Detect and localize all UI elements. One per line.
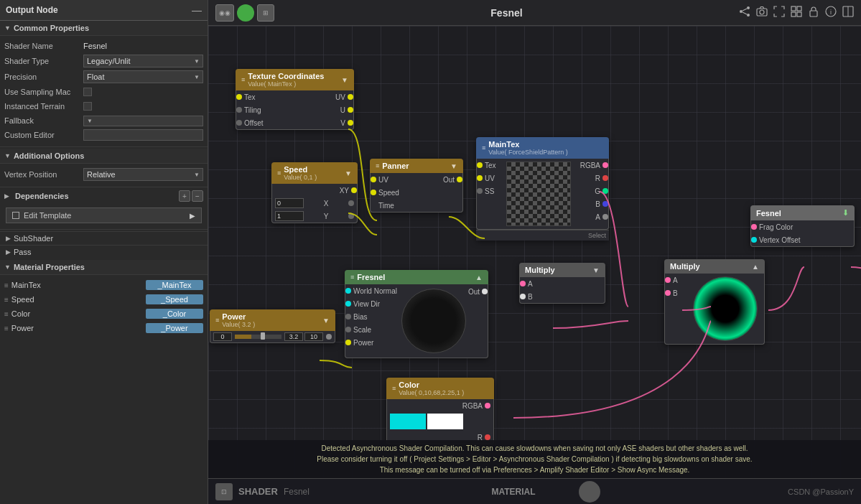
speed-node[interactable]: ≡ Speed Value( 0,1 ) ▼ XY [271,162,358,223]
mat-prop-icon-speed: ≡ [4,296,9,304]
use-sampling-row: Use Sampling Mac [0,85,208,99]
custom-editor-input[interactable]: ASEMaterialInspector [83,129,203,141]
multiply1-expand-btn[interactable]: ▼ [592,266,600,274]
color-node[interactable]: ≡ Color Value( 0,10,68,2.25,1 ) RGBA [386,378,494,444]
vertex-position-dropdown[interactable]: Relative [83,168,203,181]
mult2-b-dot [665,290,671,296]
dependencies-remove-btn[interactable]: − [192,190,203,202]
fresnel-wn-dot [345,288,351,294]
panner-row-time: Time [371,199,462,212]
fresnel-vd-dot [345,301,351,307]
precision-label: Precision [4,73,83,81]
fallback-dropdown[interactable] [83,116,203,126]
additional-options-section[interactable]: ▼ Additional Options [0,149,208,164]
shader-type-dropdown[interactable]: Legacy/Unlit [83,55,203,67]
mat-prop-val-color: _Color [146,309,203,319]
edit-template-arrow: ▶ [190,212,195,220]
panner-out-label: Out [443,176,455,184]
instanced-terrain-checkbox[interactable] [83,102,92,111]
power-min-input[interactable] [213,332,232,341]
speed-y-dot [348,213,354,219]
tex-coords-node[interactable]: ≡ Texture Coordinates Value( MainTex ) ▼… [236,69,354,130]
panner-node[interactable]: ≡ Panner ▼ UV Out [370,159,463,213]
toolbar-dot-green [237,4,254,22]
fresnel-row-power: Power [345,336,401,349]
multiply2-expand-btn[interactable]: ▲ [752,263,759,271]
common-properties-label: Common Properties [14,24,89,32]
lock-btn[interactable] [808,6,819,20]
dependencies-btns: + − [179,190,203,202]
fresnel-row-wn: World Normal [345,284,401,297]
bottom-avatar [579,481,600,503]
material-properties-section[interactable]: ▼ Material Properties [0,260,208,275]
fesnel-out-node[interactable]: Fesnel ⬇ Frag Color Vertex Offset [750,205,855,247]
canvas-grid[interactable]: ≡ Texture Coordinates Value( MainTex ) ▼… [208,26,861,504]
mat-prop-val-speed: _Speed [146,294,203,304]
camera-btn[interactable] [756,6,768,20]
expand-btn[interactable] [842,6,854,20]
u-port-label: U [340,106,345,114]
sub-shader-label: SubShader [14,234,53,243]
svg-rect-9 [791,12,796,17]
edit-template-btn[interactable]: Edit Template ▶ [6,207,202,223]
maintex-preview-area [504,159,572,229]
svg-rect-10 [797,12,801,17]
fresnel-expand-btn[interactable]: ▲ [475,274,483,281]
power-slider-thumb[interactable] [261,332,265,340]
color-preview-row [387,412,493,431]
maintex-body: Tex UV SS [476,159,609,230]
use-sampling-checkbox[interactable] [83,88,92,96]
speed-expand-btn[interactable]: ▼ [345,169,352,177]
mat-prop-maintex: ≡ MainTex _MainTex [0,278,208,292]
pass-header[interactable]: ▶ Pass [0,246,208,258]
notification-line1: Detected Asynchronous Shader Compilation… [215,443,854,454]
speed-x-input[interactable] [275,198,304,208]
tex-coords-expand-btn[interactable]: ▼ [341,76,348,84]
share-btn[interactable] [739,6,750,20]
maintex-node[interactable]: ≡ MainTex Value( ForceShieldPattern ) Te… [476,137,609,241]
dependencies-add-btn[interactable]: + [179,190,190,202]
uv-port-label: UV [335,93,345,101]
multiply1-node[interactable]: Multiply ▼ A B [519,263,605,304]
grid-btn[interactable] [791,6,802,20]
maintex-rgba-dot [602,162,608,168]
speed-y-input[interactable] [275,211,304,221]
fresnel-row-vd: View Dir [345,297,401,310]
panner-expand-btn[interactable]: ▼ [450,162,457,170]
precision-dropdown[interactable]: Float [83,70,203,83]
speed-xy-label: XY [340,187,349,195]
speed-icon: ≡ [277,169,281,177]
mat-prop-name-power: Power [11,324,146,332]
panel-close-btn[interactable]: — [192,4,202,16]
precision-row: Precision Float [0,69,208,85]
multiply2-node[interactable]: Multiply ▲ A B [664,259,765,345]
panner-speed-dot [371,190,376,195]
toolbar-dot-1: ◉◉ [215,4,234,22]
common-properties-section[interactable]: ▼ Common Properties [0,21,208,36]
panner-speed-left: Speed [371,189,416,197]
bottom-logo-text: SHADER [238,486,278,497]
power-node[interactable]: ≡ Power Value( 3.2 ) ▼ [210,309,335,343]
canvas-area[interactable]: ◉◉ ⊞ Fesnel [208,0,861,504]
left-panel: Output Node — ▼ Common Properties Shader… [0,0,208,504]
sub-shader-header[interactable]: ▶ SubShader [0,232,208,245]
svg-line-4 [743,12,747,14]
power-max-input[interactable] [304,332,323,341]
power-cur-input[interactable] [284,332,303,341]
info-btn[interactable]: i [825,6,837,20]
power-slider[interactable] [235,335,281,339]
power-expand-btn[interactable]: ▼ [322,317,330,325]
multiply2-title: Multiply [670,262,749,271]
panner-icon: ≡ [376,162,379,169]
fresnel-node[interactable]: ≡ Fresnel ▲ World Normal View [345,270,488,358]
speed-y-label: Y [324,213,329,220]
notification-line2: Please consider turning it off ( Project… [215,454,854,465]
svg-line-3 [743,9,747,11]
panner-out-right: Out [416,176,462,184]
mat-prop-name-maintex: MainTex [11,281,146,289]
edit-template-label: Edit Template [24,211,71,220]
u-port-right: U [295,106,354,114]
fullscreen-btn[interactable] [773,6,785,20]
mult1-a-label: A [528,280,533,288]
fresnel-ports-right: Out [466,284,488,358]
